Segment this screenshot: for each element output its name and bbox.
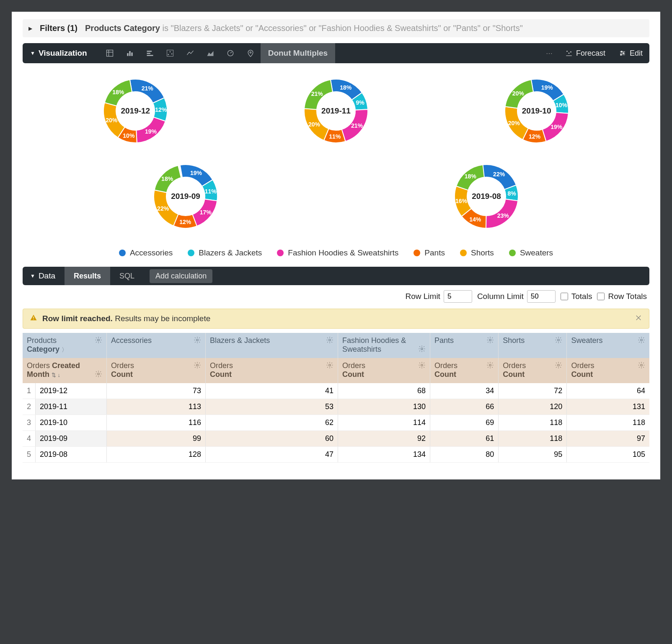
measure-header[interactable]: OrdersCount — [338, 358, 430, 383]
cell-value[interactable]: 41 — [206, 383, 338, 399]
column-header[interactable]: Sweaters — [567, 333, 649, 358]
cell-value[interactable]: 47 — [206, 447, 338, 463]
cell-value[interactable]: 105 — [567, 447, 649, 463]
cell-value[interactable]: 116 — [107, 415, 206, 431]
legend-item[interactable]: Accessories — [119, 248, 173, 258]
row-limit-label: Row Limit — [405, 290, 472, 303]
row-month[interactable]: 2019-12 — [36, 383, 107, 399]
tab-sql[interactable]: SQL — [110, 267, 144, 285]
cell-value[interactable]: 72 — [499, 383, 567, 399]
cell-value[interactable]: 68 — [338, 383, 430, 399]
svg-rect-12 — [167, 50, 173, 57]
row-month[interactable]: 2019-08 — [36, 447, 107, 463]
gear-icon[interactable] — [95, 336, 102, 346]
measure-header[interactable]: OrdersCount — [567, 358, 649, 383]
legend-item[interactable]: Blazers & Jackets — [188, 248, 262, 258]
column-header[interactable]: Pants — [430, 333, 499, 358]
column-header[interactable]: Accessories — [107, 333, 206, 358]
measure-header[interactable]: OrdersCount — [499, 358, 567, 383]
pivot-header[interactable]: ProductsCategory 〉 — [23, 333, 107, 358]
cell-value[interactable]: 95 — [499, 447, 567, 463]
cell-value[interactable]: 64 — [567, 383, 649, 399]
gear-icon[interactable] — [326, 361, 333, 371]
row-limit-input[interactable] — [444, 290, 472, 303]
totals-checkbox[interactable]: Totals — [561, 292, 592, 301]
cell-value[interactable]: 118 — [499, 415, 567, 431]
cell-value[interactable]: 60 — [206, 431, 338, 447]
line-chart-icon[interactable] — [180, 43, 200, 63]
row-totals-checkbox[interactable]: Row Totals — [597, 292, 647, 301]
cell-value[interactable]: 118 — [499, 431, 567, 447]
gear-icon[interactable] — [418, 361, 426, 371]
legend-item[interactable]: Sweaters — [509, 248, 553, 258]
cell-value[interactable]: 34 — [430, 383, 499, 399]
table-row: 42019-099960926111897 — [23, 431, 649, 447]
cell-value[interactable]: 66 — [430, 399, 499, 415]
row-month[interactable]: 2019-09 — [36, 431, 107, 447]
cell-value[interactable]: 113 — [107, 399, 206, 415]
cell-value[interactable]: 120 — [499, 399, 567, 415]
gear-icon[interactable] — [194, 361, 201, 371]
add-calculation-button[interactable]: Add calculation — [150, 269, 212, 283]
cell-value[interactable]: 92 — [338, 431, 430, 447]
svg-point-18 — [571, 52, 571, 52]
area-chart-icon[interactable] — [200, 43, 220, 63]
legend-item[interactable]: Pants — [414, 248, 445, 258]
gear-icon[interactable] — [555, 336, 562, 346]
measure-header[interactable]: OrdersCount — [430, 358, 499, 383]
legend-swatch — [414, 250, 420, 256]
more-icon[interactable]: ⋯ — [540, 49, 558, 57]
caret-down-icon[interactable]: ▼ — [23, 273, 39, 279]
column-header[interactable]: Shorts — [499, 333, 567, 358]
cell-value[interactable]: 128 — [107, 447, 206, 463]
cell-value[interactable]: 131 — [567, 399, 649, 415]
gear-icon[interactable] — [486, 336, 494, 346]
table-chart-icon[interactable] — [100, 43, 120, 63]
hbar-chart-icon[interactable] — [140, 43, 160, 63]
gear-icon[interactable] — [638, 336, 645, 346]
row-month[interactable]: 2019-11 — [36, 399, 107, 415]
svg-rect-26 — [33, 319, 34, 320]
map-chart-icon[interactable] — [240, 43, 261, 63]
dimension-header[interactable]: Orders Created Month ⇅ ↓ — [23, 358, 107, 383]
gear-icon[interactable] — [95, 370, 102, 380]
cell-value[interactable]: 134 — [338, 447, 430, 463]
column-header[interactable]: Fashion Hoodies & Sweatshirts — [338, 333, 430, 358]
column-limit-input[interactable] — [527, 290, 556, 303]
row-month[interactable]: 2019-10 — [36, 415, 107, 431]
bar-chart-icon[interactable] — [120, 43, 140, 63]
scatter-chart-icon[interactable] — [160, 43, 180, 63]
cell-value[interactable]: 130 — [338, 399, 430, 415]
column-header[interactable]: Blazers & Jackets — [206, 333, 338, 358]
forecast-button[interactable]: Forecast — [558, 49, 612, 58]
measure-header[interactable]: OrdersCount — [107, 358, 206, 383]
gauge-chart-icon[interactable] — [220, 43, 240, 63]
filters-bar[interactable]: ▶ Filters (1) Products Category is "Blaz… — [23, 19, 649, 37]
gear-icon[interactable] — [326, 336, 333, 346]
legend-item[interactable]: Fashion Hoodies & Sweatshirts — [277, 248, 398, 258]
cell-value[interactable]: 114 — [338, 415, 430, 431]
close-icon[interactable] — [635, 314, 642, 323]
donut-chart: 19%10%19%12%20%20%2019-10 — [499, 73, 574, 149]
cell-value[interactable]: 53 — [206, 399, 338, 415]
gear-icon[interactable] — [194, 336, 201, 346]
gear-icon[interactable] — [638, 361, 645, 371]
chart-type-tab[interactable]: Donut Multiples — [261, 43, 335, 63]
legend-item[interactable]: Shorts — [460, 248, 494, 258]
cell-value[interactable]: 99 — [107, 431, 206, 447]
cell-value[interactable]: 97 — [567, 431, 649, 447]
cell-value[interactable]: 61 — [430, 431, 499, 447]
tab-results[interactable]: Results — [65, 267, 110, 285]
cell-value[interactable]: 69 — [430, 415, 499, 431]
cell-value[interactable]: 118 — [567, 415, 649, 431]
gear-icon[interactable] — [555, 361, 562, 371]
caret-down-icon[interactable]: ▼ — [23, 50, 39, 56]
gear-icon[interactable] — [486, 361, 494, 371]
cell-value[interactable]: 62 — [206, 415, 338, 431]
cell-value[interactable]: 73 — [107, 383, 206, 399]
gear-icon[interactable] — [418, 345, 426, 355]
edit-button[interactable]: Edit — [612, 49, 649, 58]
measure-header[interactable]: OrdersCount — [206, 358, 338, 383]
cell-value[interactable]: 80 — [430, 447, 499, 463]
slice-pct-label: 12% — [155, 106, 167, 113]
